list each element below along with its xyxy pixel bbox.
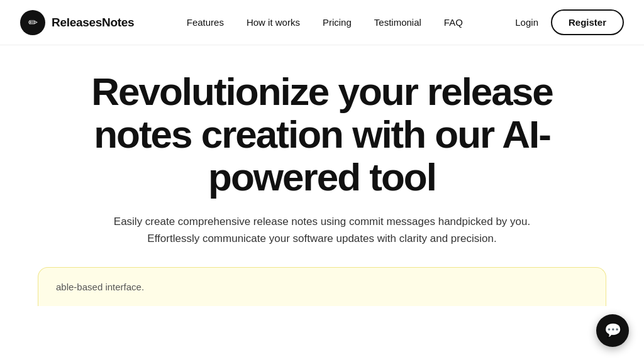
login-button[interactable]: Login — [515, 17, 538, 28]
nav-link-pricing[interactable]: Pricing — [323, 17, 352, 28]
hero-subtitle: Easily create comprehensive release note… — [108, 213, 536, 247]
nav-link-testimonial[interactable]: Testimonial — [374, 17, 421, 28]
navbar: ✏ ReleasesNotes Features How it works Pr… — [0, 0, 644, 45]
logo-text: ReleasesNotes — [52, 16, 134, 30]
chat-icon: 💬 — [604, 322, 621, 339]
logo-link[interactable]: ✏ ReleasesNotes — [20, 10, 134, 35]
nav-link-how-it-works[interactable]: How it works — [247, 17, 300, 28]
hero-section: Revolutionize your release notes creatio… — [0, 45, 644, 306]
nav-links: Features How it works Pricing Testimonia… — [187, 17, 463, 28]
nav-actions: Login Register — [515, 9, 624, 35]
preview-text: able-based interface. — [56, 282, 144, 292]
nav-link-faq[interactable]: FAQ — [444, 17, 463, 28]
chat-bubble-button[interactable]: 💬 — [596, 314, 629, 347]
logo-icon: ✏ — [20, 10, 45, 35]
hero-title: Revolutionize your release notes creatio… — [64, 70, 580, 199]
nav-link-features[interactable]: Features — [187, 17, 224, 28]
register-button[interactable]: Register — [551, 9, 624, 35]
preview-card: able-based interface. — [38, 267, 606, 306]
